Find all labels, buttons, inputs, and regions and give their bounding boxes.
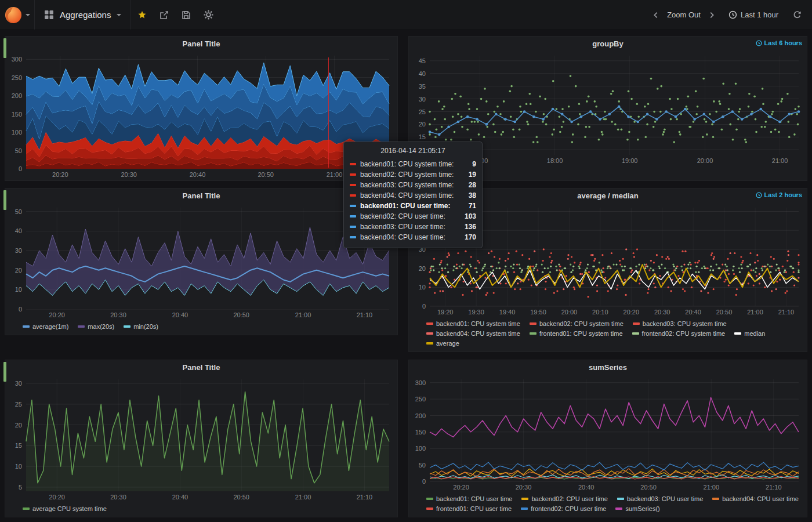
svg-text:20:40: 20:40: [685, 309, 701, 316]
row-collapse-tab[interactable]: [3, 38, 6, 58]
svg-text:10: 10: [15, 286, 22, 293]
grafana-logo-icon: [4, 6, 23, 24]
svg-text:150: 150: [12, 111, 22, 118]
legend-item[interactable]: median: [734, 329, 765, 338]
grafana-logo-menu[interactable]: [0, 0, 35, 30]
legend-item[interactable]: frontend02: CPU system time: [632, 329, 726, 338]
svg-text:20:00: 20:00: [561, 309, 578, 316]
svg-text:21:00: 21:00: [327, 171, 343, 178]
svg-text:20:30: 20:30: [110, 311, 126, 318]
star-button[interactable]: [131, 0, 153, 30]
settings-button[interactable]: [197, 0, 219, 30]
time-series-chart[interactable]: 05010015020025030020:2020:3020:4020:5021…: [5, 51, 397, 180]
legend-item[interactable]: frontend01: CPU user time: [426, 504, 512, 513]
time-series-chart[interactable]: 5101520253020:2020:3020:4020:5021:0021:1…: [5, 375, 397, 503]
svg-text:20:50: 20:50: [716, 309, 733, 316]
legend-item[interactable]: average: [426, 339, 459, 348]
time-forward-button[interactable]: [704, 0, 719, 30]
panel-title[interactable]: groupBy: [592, 39, 623, 48]
legend-item[interactable]: backend03: CPU system time: [633, 319, 727, 328]
svg-text:30: 30: [419, 96, 426, 103]
refresh-button[interactable]: [790, 0, 804, 30]
svg-text:21:10: 21:10: [357, 494, 373, 501]
legend-item[interactable]: min(20s): [124, 322, 158, 331]
row-collapse-tab[interactable]: [3, 190, 6, 210]
tooltip-series-value: 19: [469, 171, 476, 179]
share-button[interactable]: [153, 0, 175, 30]
svg-text:25: 25: [15, 401, 22, 408]
svg-text:18:00: 18:00: [547, 157, 563, 164]
svg-text:250: 250: [12, 74, 22, 81]
time-controls: Zoom Out Last 1 hour: [648, 0, 812, 30]
dashboard-grid-icon: [44, 10, 54, 20]
row-collapse-tab[interactable]: [3, 362, 6, 382]
svg-text:10: 10: [15, 463, 22, 470]
time-series-chart[interactable]: 05010015020025030020:2020:3020:4020:5021…: [409, 375, 807, 493]
chart-legend: average CPU system time: [5, 503, 397, 517]
chart-legend: backend01: CPU user timebackend02: CPU u…: [409, 493, 807, 517]
time-back-button[interactable]: [648, 0, 664, 30]
svg-text:250: 250: [415, 396, 426, 403]
chevron-left-icon: [652, 11, 660, 19]
time-series-chart[interactable]: 0102030405020:2020:3020:4020:5021:0021:1…: [5, 203, 397, 321]
star-icon: [137, 10, 147, 20]
legend-item[interactable]: backend03: CPU user time: [617, 494, 703, 503]
legend-item[interactable]: backend02: CPU system time: [530, 319, 624, 328]
svg-text:20:40: 20:40: [190, 171, 206, 178]
tooltip-series-label: backend02: CPU user time:: [360, 212, 465, 220]
legend-item[interactable]: backend04: CPU system time: [426, 329, 520, 338]
legend-item[interactable]: backend04: CPU user time: [712, 494, 798, 503]
save-button[interactable]: [175, 0, 197, 30]
svg-text:20:20: 20:20: [624, 309, 640, 316]
dashboard-title: Aggregations: [60, 10, 111, 20]
series-color-icon: [350, 194, 356, 197]
svg-text:20:40: 20:40: [578, 484, 594, 491]
panel-title[interactable]: Panel Title: [183, 363, 220, 372]
tooltip-series-label: backend02: CPU system time:: [360, 171, 469, 179]
chevron-right-icon: [708, 11, 716, 19]
svg-text:0: 0: [19, 165, 22, 172]
time-range-picker[interactable]: Last 1 hour: [728, 10, 778, 19]
legend-item[interactable]: backend02: CPU user time: [521, 494, 607, 503]
svg-text:20:50: 20:50: [233, 494, 249, 501]
settings-icon: [204, 10, 213, 20]
legend-item[interactable]: backend01: CPU system time: [426, 319, 520, 328]
legend-item[interactable]: max(20s): [78, 322, 114, 331]
dashboard-picker[interactable]: Aggregations: [35, 0, 131, 30]
panel-title[interactable]: Panel Title: [183, 191, 220, 200]
svg-text:50: 50: [15, 208, 22, 215]
svg-text:50: 50: [419, 462, 426, 469]
panel-title[interactable]: Panel Title: [183, 39, 220, 48]
legend-item[interactable]: frontend01: CPU system time: [530, 329, 623, 338]
zoom-out-button[interactable]: Zoom Out: [665, 8, 703, 21]
svg-text:100: 100: [12, 129, 22, 136]
svg-text:21:00: 21:00: [772, 157, 788, 164]
svg-text:20:20: 20:20: [49, 494, 65, 501]
tooltip-series-label: backend01: CPU system time:: [360, 160, 472, 168]
legend-item[interactable]: frontend02: CPU user time: [521, 504, 606, 513]
svg-text:19:40: 19:40: [499, 309, 516, 316]
panel-avg-max-min: Panel Title 0102030405020:2020:3020:4020…: [5, 188, 398, 335]
tooltip-row: backend01: CPU system time:9: [350, 159, 476, 169]
panel-title[interactable]: average / median: [577, 191, 639, 200]
tooltip-series-value: 71: [469, 202, 476, 210]
svg-text:20: 20: [15, 422, 22, 429]
svg-text:20:10: 20:10: [592, 309, 608, 316]
svg-text:20:20: 20:20: [52, 171, 68, 178]
panel-title[interactable]: sumSeries: [589, 363, 627, 372]
legend-item[interactable]: average CPU system time: [23, 504, 107, 513]
svg-text:5: 5: [19, 484, 22, 491]
legend-item[interactable]: sumSeries(): [615, 504, 659, 513]
svg-text:30: 30: [15, 380, 22, 387]
tooltip-series-label: backend01: CPU user time:: [360, 202, 469, 210]
graph-tooltip: 2016-04-14 21:05:17 backend01: CPU syste…: [343, 142, 483, 248]
svg-text:20:40: 20:40: [172, 494, 188, 501]
svg-text:19:20: 19:20: [437, 309, 454, 316]
legend-item[interactable]: average(1m): [23, 322, 68, 331]
legend-item[interactable]: backend01: CPU user time: [426, 494, 512, 503]
navbar: Aggregations Zoom Out: [0, 0, 812, 30]
tooltip-row: backend01: CPU user time:71: [350, 201, 476, 211]
crosshair-line: [328, 57, 329, 168]
svg-text:20:50: 20:50: [258, 171, 274, 178]
svg-text:40: 40: [15, 227, 22, 234]
